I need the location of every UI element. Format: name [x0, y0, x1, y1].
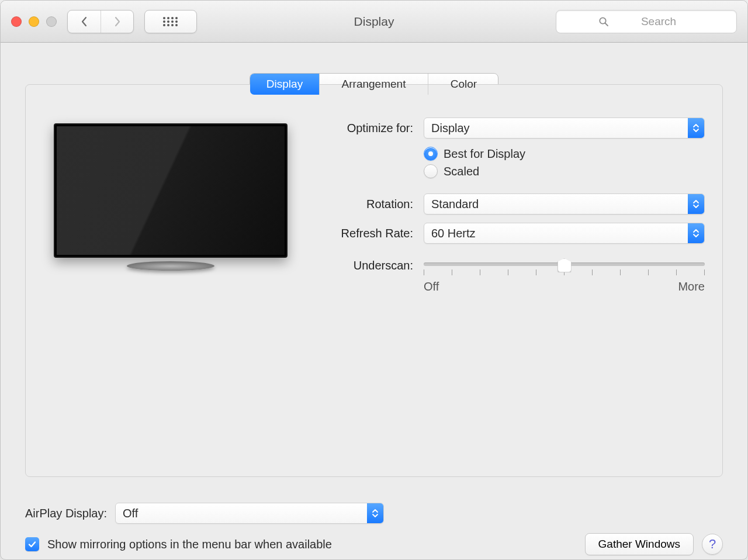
tab-color[interactable]: Color	[428, 74, 498, 95]
svg-point-3	[175, 17, 178, 19]
radio-button-icon	[424, 147, 438, 161]
airplay-popup[interactable]: Off	[115, 503, 384, 524]
traffic-lights	[11, 16, 57, 27]
refresh-rate-label: Refresh Rate:	[314, 227, 413, 240]
gather-windows-button[interactable]: Gather Windows	[585, 533, 694, 555]
mirroring-checkbox-label: Show mirroring options in the menu bar w…	[47, 538, 332, 551]
radio-best-label: Best for Display	[444, 147, 525, 161]
chevron-left-icon	[80, 16, 88, 27]
updown-icon	[688, 223, 704, 243]
checkmark-icon	[27, 540, 37, 549]
rotation-label: Rotation:	[314, 198, 413, 211]
radio-scaled[interactable]: Scaled	[424, 164, 705, 178]
monitor-stand-icon	[127, 261, 214, 271]
svg-point-11	[175, 24, 178, 26]
nav-segment	[67, 10, 134, 33]
close-window-button[interactable]	[11, 16, 22, 27]
forward-button[interactable]	[101, 11, 133, 33]
tab-display[interactable]: Display	[250, 74, 319, 95]
airplay-value: Off	[123, 507, 138, 520]
refresh-rate-popup[interactable]: 60 Hertz	[424, 223, 705, 244]
svg-point-0	[163, 17, 165, 19]
bottom-area: AirPlay Display: Off Show mirroring opti…	[1, 489, 747, 555]
slider-thumb-icon[interactable]	[557, 258, 572, 272]
airplay-label: AirPlay Display:	[25, 507, 107, 520]
svg-point-7	[175, 20, 178, 23]
slider-track	[424, 262, 705, 266]
back-button[interactable]	[68, 11, 101, 33]
svg-point-9	[167, 24, 169, 26]
settings-column: Optimize for: Display Best for Displ	[314, 117, 705, 476]
grid-icon	[162, 16, 179, 27]
svg-point-1	[167, 17, 169, 19]
minimize-window-button[interactable]	[29, 16, 39, 27]
underscan-max-label: More	[678, 280, 705, 293]
monitor-preview	[54, 123, 288, 274]
svg-point-10	[171, 24, 174, 26]
chevron-right-icon	[113, 16, 122, 27]
optimize-label: Optimize for:	[314, 122, 413, 135]
radio-scaled-label: Scaled	[444, 165, 479, 178]
svg-point-2	[171, 17, 174, 19]
underscan-min-label: Off	[424, 280, 439, 293]
svg-point-5	[167, 20, 169, 23]
help-icon: ?	[709, 537, 716, 552]
underscan-label: Underscan:	[314, 257, 413, 272]
slider-labels: Off More	[424, 280, 705, 293]
radio-best-for-display[interactable]: Best for Display	[424, 147, 705, 161]
show-all-button[interactable]	[144, 10, 197, 33]
content-area: Display Arrangement Color Optimize for: …	[1, 43, 747, 489]
refresh-rate-value: 60 Hertz	[431, 227, 476, 240]
radio-button-icon	[424, 164, 438, 178]
svg-point-6	[171, 20, 174, 23]
monitor-preview-column	[43, 117, 297, 476]
resolution-radio-group: Best for Display Scaled	[424, 147, 705, 178]
tabs: Display Arrangement Color	[250, 73, 498, 95]
window-toolbar: Display	[1, 1, 747, 43]
mirroring-checkbox[interactable]	[25, 537, 39, 551]
preferences-window: Display Display Arrangement Color	[0, 0, 748, 560]
updown-icon	[688, 194, 704, 214]
svg-point-8	[163, 24, 165, 26]
optimize-popup[interactable]: Display	[424, 117, 705, 139]
svg-point-4	[163, 20, 165, 23]
search-field-wrap	[556, 10, 737, 33]
window-title: Display	[354, 15, 394, 29]
updown-icon	[688, 118, 704, 138]
help-button[interactable]: ?	[702, 534, 723, 555]
display-panel: Optimize for: Display Best for Displ	[25, 84, 723, 477]
zoom-window-button	[46, 16, 57, 27]
underscan-slider[interactable]: Off More	[424, 257, 705, 293]
tab-arrangement[interactable]: Arrangement	[319, 74, 428, 95]
optimize-value: Display	[431, 122, 470, 135]
updown-icon	[367, 503, 383, 523]
monitor-screen-icon	[54, 123, 288, 258]
rotation-value: Standard	[431, 198, 479, 211]
rotation-popup[interactable]: Standard	[424, 193, 705, 215]
search-input[interactable]	[556, 10, 737, 33]
